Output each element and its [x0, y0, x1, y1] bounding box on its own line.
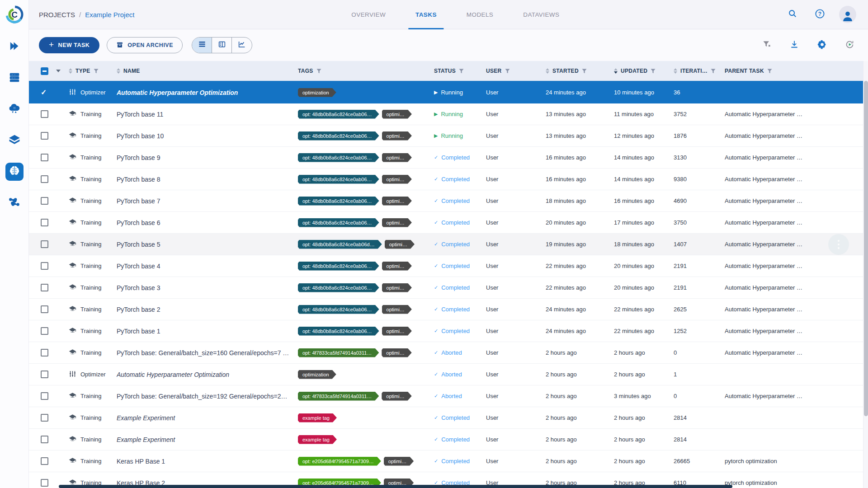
filter-funnel-icon[interactable] — [582, 69, 587, 74]
task-name[interactable]: PyTorch base 4 — [117, 263, 298, 270]
column-header-name[interactable]: NAME — [117, 68, 298, 74]
table-row[interactable]: Training PyTorch base 3 opt: 48db0b8a6c8… — [29, 277, 868, 299]
column-header-updated[interactable]: UPDATED — [614, 68, 674, 74]
table-row[interactable]: Training PyTorch base: General/batch_siz… — [29, 385, 868, 407]
row-checkbox[interactable] — [41, 132, 48, 140]
breadcrumb-current-project[interactable]: Example Project — [85, 11, 134, 19]
open-archive-button[interactable]: OPEN ARCHIVE — [107, 37, 183, 53]
row-checkbox[interactable] — [41, 197, 48, 205]
table-row[interactable]: Training Keras HP Base 1 opt: e205d684f7… — [29, 450, 868, 472]
task-name[interactable]: PyTorch base 9 — [117, 154, 298, 161]
column-header-type[interactable]: TYPE — [69, 68, 117, 74]
task-name[interactable]: PyTorch base 2 — [117, 306, 298, 313]
table-row[interactable]: Training PyTorch base 10 opt: 48db0b8a6c… — [29, 125, 868, 147]
row-checkbox[interactable] — [41, 349, 48, 357]
table-row[interactable]: Training PyTorch base 7 opt: 48db0b8a6c8… — [29, 190, 868, 212]
row-checkbox[interactable] — [41, 305, 48, 313]
row-checkbox[interactable] — [41, 327, 48, 335]
sort-toggle[interactable] — [674, 68, 677, 74]
task-name[interactable]: Automatic Hyperparameter Optimization — [117, 89, 298, 96]
task-name[interactable]: PyTorch base 11 — [117, 111, 298, 118]
column-header-parent[interactable]: PARENT TASK — [725, 68, 868, 74]
sidebar-item-datasets[interactable] — [5, 131, 24, 150]
filter-funnel-icon[interactable] — [711, 69, 716, 74]
table-row[interactable]: Training Example Experiment example tag … — [29, 407, 868, 429]
breadcrumb-projects[interactable]: PROJECTS — [39, 11, 75, 19]
table-row[interactable]: Training PyTorch base 6 opt: 48db0b8a6c8… — [29, 212, 868, 234]
auto-refresh-button[interactable] — [842, 38, 857, 53]
table-row[interactable]: Training PyTorch base 1 opt: 48db0b8a6c8… — [29, 320, 868, 342]
row-checkbox[interactable] — [41, 262, 48, 270]
task-name[interactable]: PyTorch base: General/batch_size=192 Gen… — [117, 393, 298, 400]
table-view-button[interactable] — [192, 38, 212, 53]
task-name[interactable]: Example Experiment — [117, 414, 298, 422]
row-checkbox[interactable] — [41, 371, 48, 378]
table-row[interactable]: Training PyTorch base: General/batch_siz… — [29, 342, 868, 364]
task-name[interactable]: PyTorch base 1 — [117, 328, 298, 335]
row-checkbox[interactable] — [41, 392, 48, 400]
table-row[interactable]: Training PyTorch base 5 opt: 48db0b8a6c8… — [29, 234, 868, 255]
table-row[interactable]: Training PyTorch base 11 opt: 48db0b8a6c… — [29, 103, 868, 125]
settings-button[interactable] — [814, 38, 830, 53]
sort-toggle[interactable] — [614, 68, 618, 74]
row-checkbox[interactable] — [41, 219, 48, 226]
tab-tasks[interactable]: TASKS — [404, 0, 448, 29]
task-name[interactable]: PyTorch base 10 — [117, 132, 298, 140]
row-checkbox[interactable] — [41, 240, 48, 248]
task-name[interactable]: PyTorch base 6 — [117, 219, 298, 226]
sort-toggle[interactable] — [117, 68, 120, 74]
clearml-logo[interactable]: C — [3, 3, 26, 26]
sort-toggle[interactable] — [546, 68, 549, 74]
sidebar-item-workers-queues[interactable] — [5, 69, 24, 87]
task-name[interactable]: Keras HP Base 1 — [117, 458, 298, 465]
task-name[interactable]: Example Experiment — [117, 436, 298, 443]
filter-funnel-icon[interactable] — [505, 69, 510, 74]
tab-dataviews[interactable]: DATAVIEWS — [511, 0, 571, 29]
vertical-scrollbar-thumb[interactable] — [864, 81, 868, 416]
filter-funnel-icon[interactable] — [94, 69, 99, 74]
filter-funnel-icon[interactable] — [316, 69, 321, 74]
row-checkbox[interactable] — [41, 175, 48, 183]
row-checkbox[interactable] — [41, 457, 48, 465]
column-header-user[interactable]: USER — [486, 68, 546, 74]
select-dropdown-caret[interactable] — [56, 70, 61, 72]
table-row[interactable]: Training Example Experiment example tag … — [29, 429, 868, 450]
sort-toggle[interactable] — [69, 68, 72, 74]
table-row[interactable]: Training PyTorch base 9 opt: 48db0b8a6c8… — [29, 147, 868, 169]
filter-funnel-icon[interactable] — [651, 69, 656, 74]
help-button[interactable]: ? — [812, 7, 827, 22]
select-all-checkbox[interactable] — [41, 67, 48, 75]
horizontal-scrollbar[interactable] — [59, 485, 732, 488]
sidebar-item-expand[interactable] — [5, 38, 24, 56]
column-header-iterations[interactable]: ITERATI… — [674, 68, 725, 74]
chart-view-button[interactable] — [232, 38, 252, 53]
filter-funnel-icon[interactable] — [767, 69, 772, 74]
task-name[interactable]: PyTorch base 3 — [117, 284, 298, 291]
table-row[interactable]: ✓ Optimizer Automatic Hyperparameter Opt… — [29, 82, 868, 103]
search-button[interactable] — [785, 7, 800, 22]
task-name[interactable]: PyTorch base 7 — [117, 197, 298, 205]
new-task-button[interactable]: + NEW TASK — [39, 37, 99, 53]
sidebar-item-projects[interactable] — [5, 163, 24, 181]
row-checkbox[interactable] — [41, 436, 48, 443]
table-row[interactable]: Training PyTorch base 4 opt: 48db0b8a6c8… — [29, 255, 868, 277]
task-name[interactable]: PyTorch base: General/batch_size=160 Gen… — [117, 349, 298, 357]
column-header-started[interactable]: STARTED — [546, 68, 614, 74]
download-button[interactable] — [787, 38, 802, 53]
clear-filters-button[interactable] — [759, 38, 774, 53]
sidebar-item-applications[interactable] — [5, 100, 24, 118]
row-checkbox[interactable] — [41, 479, 48, 487]
row-menu-button[interactable] — [828, 234, 849, 255]
task-name[interactable]: PyTorch base 5 — [117, 241, 298, 248]
table-row[interactable]: Optimizer Automatic Hyperparameter Optim… — [29, 364, 868, 385]
task-name[interactable]: Automatic Hyperparameter Optimization — [117, 371, 298, 378]
row-checkbox[interactable] — [41, 414, 48, 422]
table-row[interactable]: Training PyTorch base 2 opt: 48db0b8a6c8… — [29, 299, 868, 320]
column-header-tags[interactable]: TAGS — [298, 68, 434, 74]
row-checkbox[interactable]: ✓ — [41, 88, 69, 97]
filter-funnel-icon[interactable] — [459, 69, 464, 74]
column-header-status[interactable]: STATUS — [434, 68, 486, 74]
row-checkbox[interactable] — [41, 154, 48, 161]
table-row[interactable]: Training PyTorch base 8 opt: 48db0b8a6c8… — [29, 169, 868, 190]
row-checkbox[interactable] — [41, 110, 48, 118]
